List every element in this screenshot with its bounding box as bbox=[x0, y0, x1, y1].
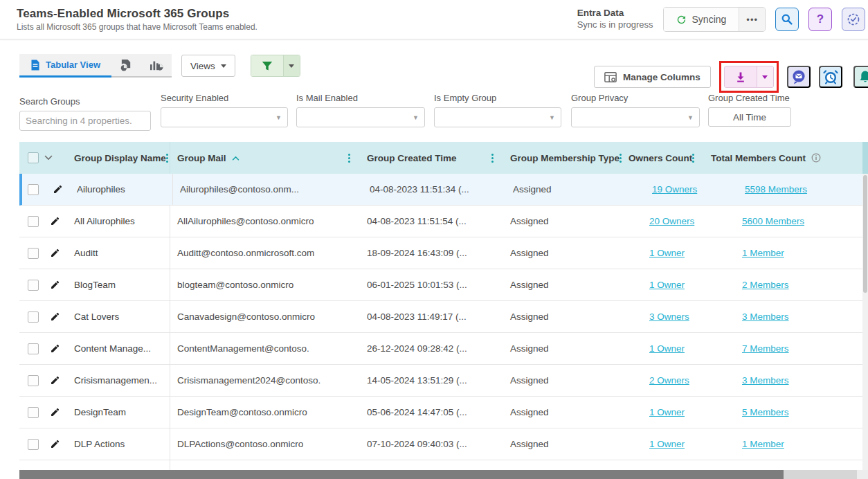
vertical-scrollbar-thumb[interactable] bbox=[863, 175, 867, 293]
is-empty-group-dropdown[interactable]: ▼ bbox=[434, 107, 561, 127]
members-count-link[interactable]: 5600 Members bbox=[742, 216, 804, 226]
owners-count-link[interactable]: 1 Owner bbox=[649, 439, 685, 449]
group-mail: Auditt@contoso.onmicrosoft.com bbox=[170, 237, 360, 269]
views-dropdown-button[interactable]: Views bbox=[181, 55, 235, 77]
task-status-button[interactable] bbox=[842, 8, 865, 31]
groups-table: Group Display Name Group Mail Group Crea… bbox=[0, 142, 868, 479]
column-header-owners-count[interactable]: Owners Count bbox=[623, 142, 700, 174]
owners-count-link[interactable]: 1 Owner bbox=[649, 248, 685, 258]
owners-count-link[interactable]: 20 Owners bbox=[649, 216, 694, 226]
owners-count-link[interactable]: 1 Owner bbox=[649, 407, 685, 417]
group-membership-type: Assigned bbox=[506, 174, 626, 205]
security-enabled-filter: Security Enabled ▼ bbox=[161, 93, 288, 127]
owners-count-link[interactable]: 1 Owner bbox=[649, 280, 685, 290]
table-row[interactable]: DesignTeam DesignTeam@contoso.onmicro 05… bbox=[19, 397, 868, 428]
column-menu-icon[interactable] bbox=[692, 157, 694, 159]
vertical-scrollbar[interactable] bbox=[862, 142, 868, 470]
filter-options-button[interactable] bbox=[283, 55, 300, 76]
edit-pencil-icon[interactable] bbox=[47, 341, 62, 356]
members-count-link[interactable]: 2 Members bbox=[742, 280, 789, 290]
edit-pencil-icon[interactable] bbox=[47, 437, 62, 452]
feedback-button[interactable] bbox=[787, 66, 811, 88]
row-checkbox[interactable] bbox=[28, 311, 39, 323]
schedule-button[interactable] bbox=[819, 66, 842, 88]
edit-pencil-icon[interactable] bbox=[50, 182, 65, 197]
table-row[interactable]: Content Manage... ContentManagement@cont… bbox=[19, 333, 868, 365]
column-menu-icon[interactable] bbox=[620, 157, 622, 159]
table-row[interactable]: All Ailurophiles AllAilurophiles@contoso… bbox=[19, 206, 868, 237]
members-count-link[interactable]: 3 Members bbox=[742, 311, 789, 322]
edit-pencil-icon[interactable] bbox=[47, 214, 62, 229]
row-checkbox[interactable] bbox=[28, 216, 39, 227]
edit-pencil-icon[interactable] bbox=[47, 246, 62, 261]
all-time-button[interactable]: All Time bbox=[708, 107, 791, 127]
page-title: Teams-Enabled Microsoft 365 Groups bbox=[17, 7, 577, 21]
table-row[interactable]: BlogTeam blogteam@contoso.onmicro 06-01-… bbox=[19, 269, 868, 301]
group-display-name: Auditt bbox=[69, 237, 170, 269]
owners-count-link[interactable]: 3 Owners bbox=[649, 311, 689, 322]
edit-pencil-icon[interactable] bbox=[47, 405, 62, 420]
download-button[interactable] bbox=[725, 66, 757, 87]
group-mail: Ailurophiles@contoso.onm... bbox=[173, 174, 363, 205]
row-checkbox[interactable] bbox=[28, 439, 39, 450]
column-menu-icon[interactable] bbox=[491, 157, 494, 159]
row-checkbox[interactable] bbox=[28, 343, 39, 354]
report-summary-view-button[interactable] bbox=[111, 54, 141, 76]
security-enabled-dropdown[interactable]: ▼ bbox=[161, 107, 288, 127]
members-count-link[interactable]: 5598 Members bbox=[745, 184, 807, 195]
table-row[interactable]: Cat Lovers Canavadesign@contoso.onmicro … bbox=[19, 301, 868, 333]
column-header-group-created-time[interactable]: Group Created Time bbox=[360, 142, 503, 174]
group-created-time-filter: Group Created Time All Time bbox=[708, 93, 791, 127]
select-all-checkbox[interactable] bbox=[28, 152, 39, 163]
bell-icon bbox=[858, 69, 868, 84]
members-count-link[interactable]: 5 Members bbox=[742, 407, 789, 417]
sync-more-button[interactable]: ••• bbox=[739, 8, 765, 31]
members-count-link[interactable]: 1 Member bbox=[742, 248, 784, 258]
column-header-group-display-name[interactable]: Group Display Name bbox=[69, 142, 170, 174]
alarm-clock-icon bbox=[822, 69, 839, 85]
search-groups-input[interactable] bbox=[19, 111, 151, 131]
filter-button[interactable] bbox=[251, 55, 283, 76]
owners-count-link[interactable]: 2 Owners bbox=[649, 375, 689, 386]
manage-columns-button[interactable]: Manage Columns bbox=[594, 66, 711, 88]
edit-pencil-icon[interactable] bbox=[47, 373, 62, 388]
download-options-button[interactable] bbox=[757, 66, 773, 87]
column-header-group-mail[interactable]: Group Mail bbox=[170, 142, 360, 174]
bar-pie-chart-icon bbox=[150, 59, 163, 71]
sync-info: Entra Data Sync is in progress bbox=[577, 8, 653, 30]
members-count-link[interactable]: 3 Members bbox=[742, 375, 789, 386]
alerts-button[interactable] bbox=[853, 66, 868, 88]
horizontal-scrollbar[interactable] bbox=[19, 470, 868, 479]
column-menu-icon[interactable] bbox=[348, 157, 350, 159]
owners-count-link[interactable]: 19 Owners bbox=[652, 184, 697, 195]
column-menu-icon[interactable] bbox=[166, 157, 168, 159]
edit-pencil-icon[interactable] bbox=[47, 309, 62, 325]
dropdown-caret-icon: ▼ bbox=[413, 114, 419, 121]
edit-pencil-icon[interactable] bbox=[47, 278, 62, 293]
row-checkbox[interactable] bbox=[28, 280, 39, 291]
table-row[interactable]: DLP Actions DLPActions@contoso.onmicro 0… bbox=[19, 428, 868, 460]
table-row[interactable]: Auditt Auditt@contoso.onmicrosoft.com 18… bbox=[19, 237, 868, 269]
table-row[interactable]: Ailurophiles Ailurophiles@contoso.onm...… bbox=[19, 174, 868, 206]
syncing-button[interactable]: Syncing bbox=[664, 8, 739, 31]
row-checkbox[interactable] bbox=[28, 375, 39, 386]
row-checkbox[interactable] bbox=[28, 184, 39, 195]
tab-tabular-view[interactable]: Tabular View bbox=[19, 54, 111, 78]
group-privacy-dropdown[interactable]: ▼ bbox=[571, 107, 700, 127]
members-count-link[interactable]: 1 Member bbox=[742, 439, 784, 449]
owners-count-link[interactable]: 1 Owner bbox=[649, 343, 685, 354]
global-search-button[interactable] bbox=[775, 8, 799, 31]
chart-view-button[interactable] bbox=[141, 54, 172, 76]
info-icon[interactable] bbox=[811, 153, 821, 163]
horizontal-scrollbar-thumb[interactable] bbox=[19, 470, 784, 479]
column-header-total-members-count[interactable]: Total Members Count bbox=[700, 142, 868, 174]
column-header-membership-type[interactable]: Group Membership Type bbox=[503, 142, 623, 174]
row-checkbox[interactable] bbox=[28, 248, 39, 259]
chevron-down-icon[interactable] bbox=[44, 155, 53, 161]
row-checkbox[interactable] bbox=[28, 407, 39, 418]
is-mail-enabled-dropdown[interactable]: ▼ bbox=[296, 107, 425, 127]
group-created-time: 05-06-2024 14:47:05 (... bbox=[360, 397, 503, 428]
help-button[interactable]: ? bbox=[808, 8, 832, 31]
table-row[interactable]: Crisismanagemen... Crisismanagement2024@… bbox=[19, 365, 868, 397]
members-count-link[interactable]: 7 Members bbox=[742, 343, 789, 354]
